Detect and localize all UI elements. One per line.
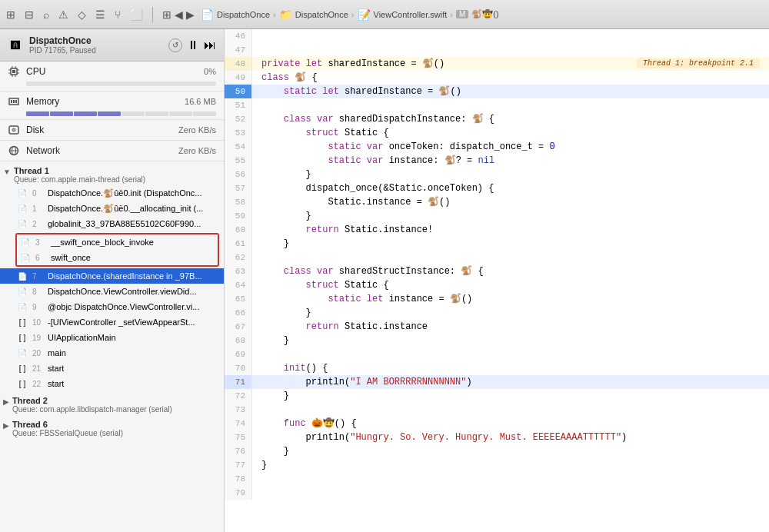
code-line-66: 66 } <box>225 306 769 320</box>
memory-icon <box>8 95 20 108</box>
code-area: 46 47 48 private let sharedInstance = 🐒(… <box>225 29 769 532</box>
cpu-icon <box>8 65 20 78</box>
frame-9-icon: 📄 <box>17 301 28 312</box>
step-btn[interactable]: ⏭ <box>204 38 216 52</box>
line-code-50: static let sharedInstance = 🐒() <box>252 85 769 98</box>
thread-1-info: Thread 1 Queue: com.apple.main-thread (s… <box>14 166 216 184</box>
view-icon[interactable]: ☰ <box>95 8 105 21</box>
line-num-52: 52 <box>225 112 252 126</box>
frame-22[interactable]: [ ] 22 start <box>0 376 224 391</box>
frame-2-num: 2 <box>32 220 43 228</box>
code-line-64: 64 struct Static { <box>225 278 769 292</box>
network-row[interactable]: Network Zero KB/s <box>0 141 224 161</box>
frame-3[interactable]: 📄 3 __swift_once_block_invoke <box>17 234 218 250</box>
breadcrumb-method[interactable]: 🐒🤠() <box>471 9 498 19</box>
memory-seg-3 <box>74 111 97 116</box>
thread-6-queue: Queue: FBSSerialQueue (serial) <box>12 429 216 437</box>
thread-1-queue: Queue: com.apple.main-thread (serial) <box>14 175 216 184</box>
disk-row[interactable]: Disk Zero KB/s <box>0 120 224 140</box>
frame-20[interactable]: 📄 20 main <box>0 345 224 361</box>
view-toggle: ⊞ ◀ ▶ <box>162 8 195 21</box>
message-icon[interactable]: ⬜ <box>130 8 143 21</box>
sidebar: 🅰 DispatchOnce PID 71765, Paused ↺ ⏸ ⏭ <box>0 29 225 532</box>
code-line-78: 78 <box>225 472 769 486</box>
app-title: DispatchOnce <box>29 35 162 46</box>
cpu-row[interactable]: CPU 0% <box>0 62 224 81</box>
svg-rect-13 <box>15 100 17 103</box>
frame-20-icon: 📄 <box>17 347 28 358</box>
debug-controls: ⏸ ⏭ <box>187 38 216 52</box>
columns-icon[interactable]: ⊞ <box>162 8 171 21</box>
frame-0[interactable]: 📄 0 DispatchOnce.🐒ûë0.init (DispatchOnc.… <box>0 185 224 201</box>
frame-6[interactable]: 📄 6 swift_once <box>17 250 218 265</box>
frame-8[interactable]: 📄 8 DispatchOnce.ViewController.viewDid.… <box>0 284 224 299</box>
frame-9-num: 9 <box>32 303 43 311</box>
memory-seg-7 <box>169 111 192 116</box>
frame-20-num: 20 <box>32 349 43 357</box>
frame-1[interactable]: 📄 1 DispatchOnce.🐒ûë0.__allocating_init … <box>0 201 224 216</box>
frame-7[interactable]: 📄 7 DispatchOnce.(sharedInstance in _97B… <box>0 268 224 284</box>
nav-back[interactable]: ◀ <box>175 8 183 21</box>
nav-forward[interactable]: ▶ <box>186 8 195 21</box>
frame-10-text: -[UIViewController _setViewAppearSt... <box>48 318 216 327</box>
code-line-74: 74 func 🎃🤠() { <box>225 417 769 431</box>
frame-21[interactable]: [ ] 21 start <box>0 361 224 376</box>
frame-20-text: main <box>48 348 216 357</box>
pause-btn[interactable]: ⏸ <box>187 38 199 52</box>
bookmark-icon[interactable]: ◇ <box>78 8 86 21</box>
frame-2[interactable]: 📄 2 globalinit_33_97BA88E55102C60F990... <box>0 216 224 231</box>
thread-6-header[interactable]: ▶ Thread 6 Queue: FBSSerialQueue (serial… <box>0 415 224 439</box>
app-info: DispatchOnce PID 71765, Paused <box>29 35 162 55</box>
line-code-64: struct Static { <box>252 278 769 292</box>
toolbar-divider <box>152 7 153 22</box>
frame-19[interactable]: [ ] 19 UIApplicationMain <box>0 330 224 345</box>
thread-1-header[interactable]: ▼ Thread 1 Queue: com.apple.main-thread … <box>0 161 224 185</box>
line-num-54: 54 <box>225 140 252 154</box>
thread-2-header[interactable]: ▶ Thread 2 Queue: com.apple.libdispatch-… <box>0 391 224 415</box>
search-icon[interactable]: ⌕ <box>43 8 49 21</box>
frame-19-icon: [ ] <box>17 332 28 343</box>
cpu-value: 0% <box>204 67 216 76</box>
refresh-btn[interactable]: ↺ <box>168 38 182 52</box>
breadcrumb-file[interactable]: ViewController.swift <box>374 10 448 19</box>
line-code-71: println("I AM BORRRRRNNNNNNN") <box>252 375 769 389</box>
frame-10-icon: [ ] <box>17 317 28 328</box>
frame-10-num: 10 <box>32 318 43 327</box>
line-code-54: static var onceToken: dispatch_once_t = … <box>252 140 769 154</box>
line-48-annotation: Thread 1: breakpoint 2.1 <box>628 57 769 71</box>
code-line-53: 53 struct Static { <box>225 126 769 140</box>
code-line-73: 73 <box>225 403 769 417</box>
memory-seg-1 <box>26 111 49 116</box>
frame-7-num: 7 <box>32 272 43 281</box>
frame-9[interactable]: 📄 9 @objc DispatchOnce.ViewController.vi… <box>0 299 224 314</box>
disk-label: Disk <box>26 125 172 135</box>
thread-group-2: ▶ Thread 2 Queue: com.apple.libdispatch-… <box>0 391 224 415</box>
code-line-52: 52 class var sharedDispatchInstance: 🐒 { <box>225 112 769 126</box>
code-line-69: 69 <box>225 347 769 361</box>
branch-icon[interactable]: ⑂ <box>115 8 121 21</box>
frame-21-text: start <box>48 364 216 373</box>
cpu-label: CPU <box>26 66 198 77</box>
line-num-53: 53 <box>225 126 252 140</box>
thread-2-expand-icon: ▶ <box>3 397 9 406</box>
breadcrumb-group[interactable]: DispatchOnce <box>295 10 348 19</box>
line-code-57: dispatch_once(&Static.onceToken) { <box>252 181 769 195</box>
line-num-64: 64 <box>225 278 252 292</box>
folder-icon[interactable]: ⊞ <box>6 8 15 21</box>
frame-3-num: 3 <box>35 238 46 247</box>
line-num-50: 50 <box>225 85 252 98</box>
breadcrumb-project[interactable]: DispatchOnce <box>217 10 270 19</box>
frame-1-num: 1 <box>32 204 43 213</box>
code-content: 46 47 48 private let sharedInstance = 🐒(… <box>225 29 769 532</box>
memory-row[interactable]: Memory 16.6 MB <box>0 91 224 111</box>
warning-icon[interactable]: ⚠ <box>58 8 68 21</box>
code-line-62: 62 <box>225 251 769 264</box>
frame-10[interactable]: [ ] 10 -[UIViewController _setViewAppear… <box>0 314 224 330</box>
grid-icon[interactable]: ⊟ <box>25 8 34 21</box>
boxed-frames: 📄 3 __swift_once_block_invoke 📄 6 swift_… <box>15 233 219 267</box>
code-line-46: 46 <box>225 29 769 43</box>
line-num-57: 57 <box>225 181 252 195</box>
code-line-60: 60 return Static.instance! <box>225 223 769 237</box>
thread-group-1: ▼ Thread 1 Queue: com.apple.main-thread … <box>0 161 224 391</box>
code-line-67: 67 return Static.instance <box>225 320 769 334</box>
